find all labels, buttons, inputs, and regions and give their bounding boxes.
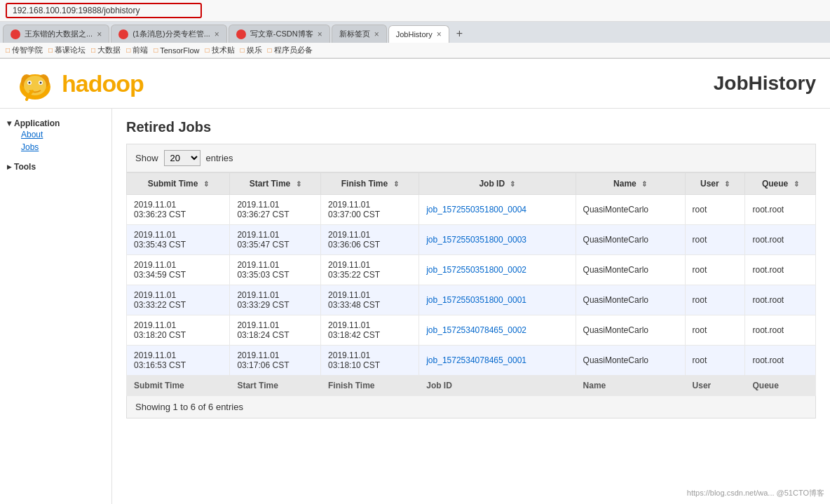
sidebar-application-section: ▾ Application About Jobs <box>0 114 111 158</box>
sidebar-application-label: Application <box>14 118 60 128</box>
table-cell: root <box>685 225 745 255</box>
col-job-id[interactable]: Job ID ⇕ <box>419 173 576 195</box>
table-cell: 2019.11.01 03:36:06 CST <box>321 225 419 255</box>
sidebar-about-link[interactable]: About <box>7 128 104 141</box>
col-queue[interactable]: Queue ⇕ <box>745 173 816 195</box>
tab-close-2[interactable]: × <box>215 29 219 39</box>
table-cell[interactable]: job_1572550351800_0002 <box>419 255 576 285</box>
table-header-row: Submit Time ⇕ Start Time ⇕ Finish Time ⇕… <box>127 173 816 195</box>
table-cell: 2019.11.01 03:17:06 CST <box>230 346 321 376</box>
sidebar-jobs-link[interactable]: Jobs <box>7 141 104 154</box>
sidebar-tools-label: Tools <box>14 162 36 172</box>
table-cell[interactable]: job_1572550351800_0004 <box>419 195 576 225</box>
bookmark-1[interactable]: 传智学院 <box>6 45 43 55</box>
table-cell: 2019.11.01 03:33:29 CST <box>230 285 321 315</box>
table-cell: QuasiMonteCarlo <box>576 195 685 225</box>
page-title: JobHistory <box>714 72 816 95</box>
tab-close-4[interactable]: × <box>374 29 379 39</box>
sidebar-arrow-icon: ▾ <box>7 118 11 128</box>
tfoot-user: User <box>685 376 745 396</box>
bookmark-5[interactable]: TensorFlow <box>154 46 199 55</box>
table-cell: 2019.11.01 03:35:47 CST <box>230 225 321 255</box>
table-cell: 2019.11.01 03:36:27 CST <box>230 195 321 225</box>
tab-favicon-1 <box>11 29 20 39</box>
address-bar: 192.168.100.109:19888/jobhistory <box>0 0 830 22</box>
table-cell: QuasiMonteCarlo <box>576 285 685 315</box>
sidebar-application-title: ▾ Application <box>7 118 104 128</box>
tab-close-1[interactable]: × <box>97 29 102 39</box>
col-name[interactable]: Name ⇕ <box>576 173 685 195</box>
tfoot-start-time: Start Time <box>230 376 321 396</box>
bookmarks-bar: 传智学院 慕课论坛 大数据 前端 TensorFlow 技术贴 娱乐 程序员必备 <box>0 43 830 58</box>
tfoot-job-id: Job ID <box>419 376 576 396</box>
table-cell: 2019.11.01 03:35:03 CST <box>230 255 321 285</box>
table-row: 2019.11.01 03:16:53 CST2019.11.01 03:17:… <box>127 346 816 376</box>
tfoot-finish-time: Finish Time <box>321 376 419 396</box>
table-cell: QuasiMonteCarlo <box>576 315 685 346</box>
table-cell: QuasiMonteCarlo <box>576 255 685 285</box>
tab-1[interactable]: 王东锴的大数据之... × <box>3 25 109 43</box>
col-finish-time[interactable]: Finish Time ⇕ <box>321 173 419 195</box>
table-cell: 2019.11.01 03:35:22 CST <box>321 255 419 285</box>
tab-favicon-2 <box>118 29 128 39</box>
table-cell: root.root <box>745 315 816 346</box>
tab-close-5[interactable]: × <box>437 29 442 39</box>
table-cell[interactable]: job_1572550351800_0001 <box>419 285 576 315</box>
show-select[interactable]: 20 10 50 100 <box>164 150 200 166</box>
tab-4[interactable]: 新标签页 × <box>332 25 387 43</box>
table-cell: root.root <box>745 195 816 225</box>
show-label: Show <box>135 153 158 163</box>
tab-5[interactable]: JobHistory × <box>388 25 449 43</box>
table-row: 2019.11.01 03:36:23 CST2019.11.01 03:36:… <box>127 195 816 225</box>
table-cell: root.root <box>745 346 816 376</box>
bookmark-4[interactable]: 前端 <box>126 45 148 55</box>
col-start-time[interactable]: Start Time ⇕ <box>230 173 321 195</box>
table-cell: root <box>685 255 745 285</box>
bookmark-2[interactable]: 慕课论坛 <box>48 45 86 55</box>
bookmark-8[interactable]: 程序员必备 <box>268 45 313 55</box>
table-cell: 2019.11.01 03:33:48 CST <box>321 285 419 315</box>
browser-chrome: 192.168.100.109:19888/jobhistory 王东锴的大数据… <box>0 0 830 59</box>
bookmark-3[interactable]: 大数据 <box>91 45 121 55</box>
table-row: 2019.11.01 03:18:20 CST2019.11.01 03:18:… <box>127 315 816 346</box>
address-input[interactable]: 192.168.100.109:19888/jobhistory <box>6 3 202 18</box>
bookmark-6[interactable]: 技术贴 <box>205 45 234 55</box>
table-footer: Showing 1 to 6 of 6 entries <box>126 396 816 418</box>
table-row: 2019.11.01 03:34:59 CST2019.11.01 03:35:… <box>127 255 816 285</box>
tab-label-2: (1条消息)分类专栏管... <box>132 29 210 39</box>
watermark: https://blog.csdn.net/wa... @51CTO博客 <box>687 488 824 498</box>
table-row: 2019.11.01 03:35:43 CST2019.11.01 03:35:… <box>127 225 816 255</box>
tabs-bar: 王东锴的大数据之... × (1条消息)分类专栏管... × 写文章-CSDN博… <box>0 22 830 43</box>
hadoop-elephant-icon <box>14 66 56 101</box>
page-layout: ▾ Application About Jobs ▸ Tools Retired… <box>0 109 830 504</box>
svg-point-6 <box>29 82 31 84</box>
tab-3[interactable]: 写文章-CSDN博客 × <box>229 25 330 43</box>
new-tab-button[interactable]: + <box>451 25 468 43</box>
table-cell: 2019.11.01 03:18:42 CST <box>321 315 419 346</box>
entries-label: entries <box>206 153 233 163</box>
col-submit-time[interactable]: Submit Time ⇕ <box>127 173 230 195</box>
table-cell: QuasiMonteCarlo <box>576 346 685 376</box>
table-cell: QuasiMonteCarlo <box>576 225 685 255</box>
table-cell[interactable]: job_1572534078465_0001 <box>419 346 576 376</box>
table-cell[interactable]: job_1572534078465_0002 <box>419 315 576 346</box>
table-cell[interactable]: job_1572550351800_0003 <box>419 225 576 255</box>
sidebar-tools-title: ▸ Tools <box>7 162 104 172</box>
table-cell: 2019.11.01 03:18:10 CST <box>321 346 419 376</box>
tab-label-1: 王东锴的大数据之... <box>25 29 93 39</box>
tab-favicon-3 <box>236 29 246 39</box>
hadoop-logo: hadoop <box>14 66 144 101</box>
sidebar: ▾ Application About Jobs ▸ Tools <box>0 109 112 504</box>
main-header: hadoop JobHistory <box>0 59 830 109</box>
table-cell: root <box>685 195 745 225</box>
hadoop-wordmark: hadoop <box>62 70 144 97</box>
tab-2[interactable]: (1条消息)分类专栏管... × <box>111 25 227 43</box>
table-cell: root <box>685 315 745 346</box>
tfoot-queue: Queue <box>745 376 816 396</box>
col-user[interactable]: User ⇕ <box>685 173 745 195</box>
tab-label-5: JobHistory <box>396 30 433 39</box>
table-cell: root.root <box>745 255 816 285</box>
bookmark-7[interactable]: 娱乐 <box>240 45 262 55</box>
tab-close-3[interactable]: × <box>318 29 322 39</box>
table-cell: root.root <box>745 225 816 255</box>
